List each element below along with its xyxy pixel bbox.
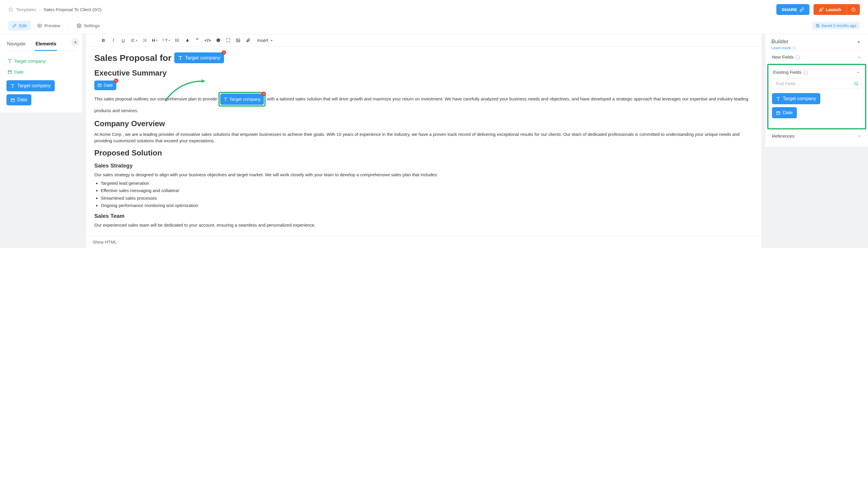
bullet-list-button[interactable] [175,38,180,42]
inline-chip-target-company[interactable]: Target company ✕ [220,94,264,105]
text-icon [10,84,15,88]
text-icon [776,97,780,101]
calendar-icon [8,70,12,74]
breadcrumb-root[interactable]: Templates [16,7,36,12]
chip-date[interactable]: Date [6,94,31,105]
launch-schedule-button[interactable] [847,4,860,15]
tab-edit-label: Edit [19,23,27,28]
left-pane: Navigate Elements Target company Date Ta… [0,34,82,112]
chevron-down-icon [857,134,862,138]
section-label: New Fields [772,55,794,59]
top-actions: SHARE Launch [776,4,860,15]
h2-company-overview: Company Overview [94,118,753,129]
italic-button[interactable]: I [111,38,116,43]
bullet-list: Targeted lead generation Effective sales… [101,180,753,209]
text: This sales proposal outlines our compreh… [94,96,218,101]
chip-label: Date [783,110,793,115]
chip-label: Date [17,97,27,102]
tab-navigate[interactable]: Navigate [6,38,26,51]
tab-preview-label: Preview [44,23,60,28]
close-icon [857,40,861,44]
bold-button[interactable]: B [101,38,106,43]
doc-paragraph: Our experienced sales team will be dedic… [94,222,753,229]
ordered-list-button[interactable] [142,38,147,42]
tab-preview[interactable]: Preview [33,21,64,30]
list-item: Effective sales messaging and collateral [101,187,753,194]
section-references[interactable]: References [771,129,862,142]
close-left-pane-button[interactable] [71,38,79,46]
info-icon: i [803,70,808,75]
close-builder-button[interactable] [855,38,862,45]
quote-button[interactable]: “ [195,37,200,43]
svg-point-15 [855,82,858,85]
insert-dropdown[interactable]: Insert [257,38,273,43]
inline-chip-date[interactable]: Date ✕ [94,80,116,90]
existing-field-target-company[interactable]: Target company [772,93,820,104]
tab-edit[interactable]: Edit [8,21,31,30]
share-button[interactable]: SHARE [776,4,809,15]
doc-title: Sales Proposal for Target company ✕ [94,51,753,64]
section-existing-fields-header[interactable]: Existing Fieldsi [772,70,862,78]
saved-status: Saved 2 months ago [812,22,860,29]
nav-link-date[interactable]: Date [6,66,75,77]
text-icon [178,56,183,60]
h2-proposed-solution: Proposed Solution [94,147,753,159]
editor-pane: B I U ▾ H▾ TT▾ “ </> [86,34,762,248]
chip-target-company[interactable]: Target company [6,80,55,91]
secondary-bar: Edit Preview Settings Saved 2 months ago [0,19,868,34]
code-button[interactable]: </> [205,38,211,43]
calendar-icon [10,98,15,102]
chip-label: Target company [185,54,220,62]
breadcrumb-current: Sales Proposal To Client (0/2) [43,7,101,12]
document-editor[interactable]: Sales Proposal for Target company ✕ Exec… [86,46,762,236]
inline-chip-target-company[interactable]: Target company ✕ [174,53,224,64]
existing-field-date[interactable]: Date [772,107,797,118]
emoji-button[interactable] [216,38,221,42]
text-icon [8,59,12,63]
svg-point-3 [79,25,80,26]
section-label: Existing Fields [773,70,802,75]
fullscreen-button[interactable] [225,38,231,42]
doc-paragraph: At Acme Corp , we are a leading provider… [94,131,753,144]
chip-label: Target company [229,95,261,104]
image-button[interactable] [236,38,241,43]
list-item: Streamlined sales processes [101,195,753,202]
section-label: References [772,133,795,138]
nav-link-label: Date [14,69,24,74]
mode-tabs: Edit Preview Settings [8,21,104,30]
calendar-icon [97,83,102,87]
star-icon[interactable] [8,7,13,12]
launch-button[interactable]: Launch [813,4,847,15]
learn-more-link[interactable]: Learn more [771,46,796,50]
heading-button[interactable]: H▾ [152,38,158,43]
chip-label: Target company [17,83,51,89]
chip-label: Target company [783,96,816,101]
attachment-button[interactable] [245,38,251,42]
remove-chip-button[interactable]: ✕ [222,51,226,55]
h1-prefix: Sales Proposal for [94,51,171,64]
svg-point-6 [176,39,176,39]
link-icon [800,7,804,12]
chevron-right-icon: › [39,7,40,12]
find-fields-input[interactable] [772,78,862,89]
underline-button[interactable]: U [121,38,126,43]
section-new-fields[interactable]: New Fieldsi [771,50,862,64]
show-html-toggle[interactable]: Show HTML [86,236,762,248]
remove-chip-button[interactable]: ✕ [261,92,266,96]
nav-link-target-company[interactable]: Target company [6,56,75,66]
svg-point-11 [219,39,219,40]
remove-chip-button[interactable]: ✕ [114,78,118,83]
align-button[interactable]: ▾ [131,38,137,42]
ink-button[interactable] [185,38,190,42]
share-button-label: SHARE [782,7,797,12]
search-icon[interactable] [854,82,859,86]
breadcrumb: Templates › Sales Proposal To Client (0/… [8,7,102,12]
tab-settings[interactable]: Settings [73,21,104,30]
tab-elements[interactable]: Elements [35,38,57,51]
text-size-button[interactable]: TT▾ [162,38,170,43]
list-item: Targeted lead generation [101,180,753,187]
learn-more-text: Learn more [771,46,791,50]
svg-marker-0 [8,7,12,11]
svg-point-7 [176,40,176,41]
svg-point-13 [237,39,238,40]
